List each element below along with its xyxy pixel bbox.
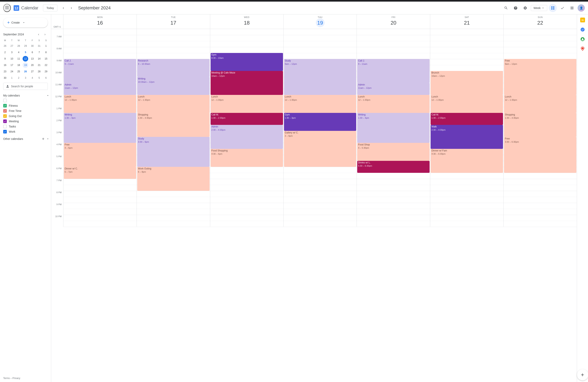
calendar-event[interactable]: Research9 – 10:30am	[137, 59, 210, 77]
mini-cal-day[interactable]: 29	[22, 43, 29, 49]
privacy-link[interactable]: Privacy	[12, 377, 20, 380]
add-event-fab[interactable]: +	[577, 369, 588, 381]
calendar-event[interactable]: Dinner w/ C.6 – 7pm	[64, 167, 136, 179]
calendar-event[interactable]: Writing1:30 – 4pm	[357, 113, 430, 143]
calendar-event[interactable]: Shopping1:30 – 3:30pm	[137, 113, 210, 137]
mini-cal-day[interactable]: 28	[36, 68, 42, 75]
terms-link[interactable]: Terms	[3, 377, 10, 380]
apps-icon[interactable]	[568, 4, 576, 12]
mini-cal-day[interactable]: 31	[36, 43, 42, 49]
calendar-event[interactable]: Lunch12 – 1:30pm	[431, 95, 503, 113]
calendar-event[interactable]: Study9am – 12pm	[284, 59, 357, 95]
calendar-event[interactable]: Call J.9 – 11am	[64, 59, 136, 83]
google-tasks-icon[interactable]	[579, 26, 587, 34]
mini-cal-day[interactable]: 2	[1, 49, 8, 56]
calendar-item-unnamed[interactable]	[0, 98, 51, 103]
calendar-event[interactable]: Free3:30 – 6:30pm	[504, 137, 576, 173]
calendar-event[interactable]: Call M.1:30 – 2:30pm	[431, 113, 503, 125]
mini-cal-day[interactable]: 22	[42, 62, 49, 68]
help-icon[interactable]	[512, 4, 520, 12]
mini-cal-day[interactable]: 1	[42, 43, 49, 49]
calendar-event[interactable]: Call M.1:30 – 2:30pm	[210, 113, 283, 125]
mini-cal-day[interactable]: 28	[15, 43, 22, 49]
calendar-event[interactable]: Admin11am – 12pm	[64, 83, 136, 95]
mini-cal-day[interactable]: 17	[8, 62, 15, 68]
my-calendars-header[interactable]: My calendars	[0, 93, 51, 98]
calendar-event[interactable]: Brunch10am – 12pm	[431, 71, 503, 95]
calendar-item-fitness[interactable]: Fitness	[0, 103, 51, 108]
google-contacts-icon[interactable]	[579, 35, 587, 43]
mini-cal-day[interactable]: 4	[29, 75, 36, 81]
calendar-event[interactable]: Lunch12 – 1:30pm	[504, 95, 576, 113]
menu-icon[interactable]	[3, 4, 11, 12]
mini-cal-day[interactable]: 21	[36, 62, 42, 68]
mini-cal-day[interactable]: 11	[15, 56, 22, 62]
calendar-event[interactable]: Shopping1:30 – 3:30pm	[504, 113, 576, 137]
other-calendars-header[interactable]: Other calendars	[0, 136, 51, 142]
calendar-event[interactable]: Writing1:30 – 4pm	[64, 113, 136, 143]
mini-cal-day[interactable]: 30	[29, 43, 36, 49]
calendar-checkbox-tasks[interactable]	[3, 125, 7, 128]
calendar-event[interactable]: Study3:30 – 6pm	[137, 137, 210, 167]
calendar-event[interactable]: Admin11am – 12pm	[357, 83, 430, 95]
today-button[interactable]: Today	[43, 5, 57, 11]
calendar-event[interactable]: Walk2:30 – 4:30pm	[431, 125, 503, 149]
mini-cal-day[interactable]: 4	[15, 49, 22, 56]
calendar-event[interactable]: Food Shopping4:30 – 6pm	[210, 149, 283, 167]
calendar-checkbox-going-out[interactable]	[3, 114, 7, 118]
mini-cal-day[interactable]: 9	[1, 56, 8, 62]
tasks-icon[interactable]	[558, 4, 567, 12]
mini-cal-day[interactable]: 18	[15, 62, 22, 68]
mini-cal-day[interactable]: 29	[42, 68, 49, 75]
mini-cal-day[interactable]: 6	[42, 75, 49, 81]
mini-cal-day[interactable]: 26	[1, 43, 8, 49]
mini-cal-day[interactable]: 13	[29, 56, 36, 62]
google-maps-icon[interactable]	[579, 45, 587, 53]
mini-cal-day[interactable]: 25	[15, 68, 22, 75]
google-calendar-icon[interactable]: 31	[579, 16, 587, 24]
calendar-event[interactable]: Gym1:30 – 3pm	[284, 113, 357, 131]
mini-cal-day[interactable]: 7	[36, 49, 42, 56]
calendar-checkbox-work[interactable]	[3, 130, 7, 134]
mini-cal-day[interactable]: 27	[8, 43, 15, 49]
create-button[interactable]: + Create	[3, 18, 48, 28]
time-grid-scroll[interactable]: 7 AM 8 AM 9 AM 10 AM 11 AM 12 PM 1 PM 2 …	[51, 29, 577, 382]
add-other-calendar-button[interactable]	[41, 137, 45, 141]
mini-cal-day[interactable]: 23	[1, 68, 8, 75]
calendar-event[interactable]: Writing10:30am – 12pm	[137, 77, 210, 95]
calendar-event[interactable]: Call J.9 – 11am	[357, 59, 430, 83]
calendar-event[interactable]: Meeting @ Cafe Meze10am – 12pm	[210, 71, 283, 95]
calendar-event[interactable]: Food Shop4 – 5:30pm	[357, 143, 430, 161]
mini-cal-day[interactable]: 19	[22, 62, 29, 68]
calendar-item-going-out[interactable]: Going Out	[0, 114, 51, 119]
calendar-event[interactable]: Lunch12 – 1:30pm	[137, 95, 210, 113]
month-view-icon[interactable]	[549, 4, 557, 12]
mini-cal-day[interactable]: 26	[22, 68, 29, 75]
search-people[interactable]: Search for people	[3, 83, 48, 90]
search-icon[interactable]	[502, 4, 510, 12]
mini-cal-day[interactable]: 8	[42, 49, 49, 56]
mini-cal-day[interactable]: 3	[8, 49, 15, 56]
prev-button[interactable]: ‹	[60, 4, 67, 12]
calendar-checkbox-meeting[interactable]	[3, 119, 7, 123]
calendar-event[interactable]: Dinner w/ Fam4:30 – 6:30pm	[431, 149, 503, 173]
calendar-checkbox[interactable]	[3, 99, 7, 102]
calendar-checkbox-fitness[interactable]	[3, 104, 7, 108]
next-button[interactable]: ›	[68, 4, 75, 12]
mini-cal-day[interactable]: 20	[29, 62, 36, 68]
mini-cal-day[interactable]: 6	[29, 49, 36, 56]
calendar-item-work[interactable]: Work	[0, 129, 51, 134]
mini-cal-day[interactable]: 2	[15, 75, 22, 81]
mini-cal-day[interactable]: 10	[8, 56, 15, 62]
calendar-event[interactable]: Lunch12 – 1:30pm	[64, 95, 136, 113]
mini-cal-day[interactable]: 27	[29, 68, 36, 75]
calendar-event[interactable]: Lunch12 – 1:30pm	[210, 95, 283, 113]
calendar-event[interactable]: Free9am – 12pm	[504, 59, 576, 95]
mini-cal-day[interactable]: 30	[1, 75, 8, 81]
mini-cal-day[interactable]: 24	[8, 68, 15, 75]
calendar-event[interactable]: Drinks w/ L.5:30 – 6:30pm	[357, 161, 430, 173]
calendar-event[interactable]: Gallery w/ C.3 – 6pm	[284, 131, 357, 167]
mini-cal-day[interactable]: 5	[36, 75, 42, 81]
calendar-item-meeting[interactable]: Meeting	[0, 119, 51, 124]
view-selector[interactable]: Week	[531, 5, 547, 11]
